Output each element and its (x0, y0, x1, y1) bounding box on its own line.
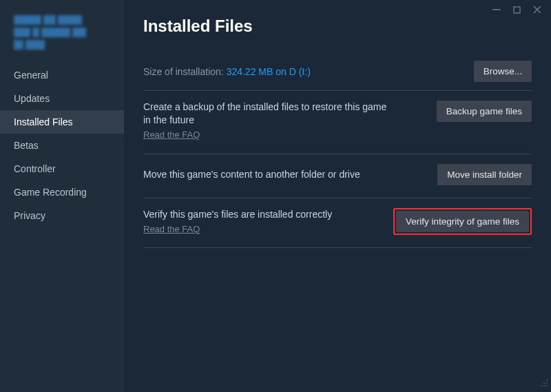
verify-row: Verify this game's files are installed c… (143, 198, 532, 249)
sidebar-item-controller[interactable]: Controller (0, 157, 124, 180)
svg-point-6 (546, 382, 548, 384)
move-desc: Move this game's content to another fold… (143, 168, 360, 181)
svg-point-9 (546, 380, 548, 381)
sidebar: General Updates Installed Files Betas Co… (0, 0, 124, 392)
main-panel: Installed Files Size of installation: 32… (124, 0, 551, 248)
sidebar-item-installed-files[interactable]: Installed Files (0, 110, 124, 134)
sidebar-item-label: Installed Files (14, 116, 73, 127)
sidebar-item-label: Updates (14, 93, 50, 104)
sidebar-item-betas[interactable]: Betas (0, 134, 124, 157)
backup-desc: Create a backup of the installed files t… (143, 101, 391, 141)
backup-desc-text: Create a backup of the installed files t… (143, 101, 386, 125)
verify-desc-text: Verify this game's files are installed c… (143, 209, 332, 220)
sidebar-item-privacy[interactable]: Privacy (0, 204, 124, 227)
sidebar-item-label: General (14, 70, 48, 81)
verify-highlight: Verify integrity of game files (393, 208, 532, 235)
sidebar-item-game-recording[interactable]: Game Recording (0, 180, 124, 204)
move-row: Move this game's content to another fold… (143, 154, 532, 198)
resize-grip-icon[interactable] (540, 378, 548, 389)
sidebar-item-label: Betas (14, 140, 39, 151)
sidebar-item-label: Privacy (14, 210, 45, 221)
size-value: 324.22 MB on D (I:) (227, 66, 311, 77)
svg-point-8 (543, 382, 545, 384)
install-size-row: Size of installation: 324.22 MB on D (I:… (143, 52, 532, 90)
browse-button[interactable]: Browse... (474, 61, 532, 82)
verify-desc: Verify this game's files are installed c… (143, 208, 332, 236)
sidebar-item-general[interactable]: General (0, 63, 124, 87)
page-title: Installed Files (143, 17, 532, 36)
install-size-text: Size of installation: 324.22 MB on D (I:… (143, 66, 311, 77)
game-name-redacted (14, 15, 124, 50)
verify-button[interactable]: Verify integrity of game files (396, 211, 529, 232)
sidebar-item-label: Game Recording (14, 187, 87, 198)
move-button[interactable]: Move install folder (437, 164, 532, 185)
faq-link[interactable]: Read the FAQ (143, 129, 200, 141)
sidebar-item-updates[interactable]: Updates (0, 87, 124, 110)
backup-row: Create a backup of the installed files t… (143, 90, 532, 154)
size-label: Size of installation: (143, 66, 227, 77)
svg-point-7 (541, 385, 542, 386)
faq-link[interactable]: Read the FAQ (143, 223, 200, 236)
svg-point-5 (543, 385, 545, 386)
svg-point-4 (546, 385, 548, 386)
backup-button[interactable]: Backup game files (437, 101, 532, 122)
sidebar-item-label: Controller (14, 163, 56, 174)
